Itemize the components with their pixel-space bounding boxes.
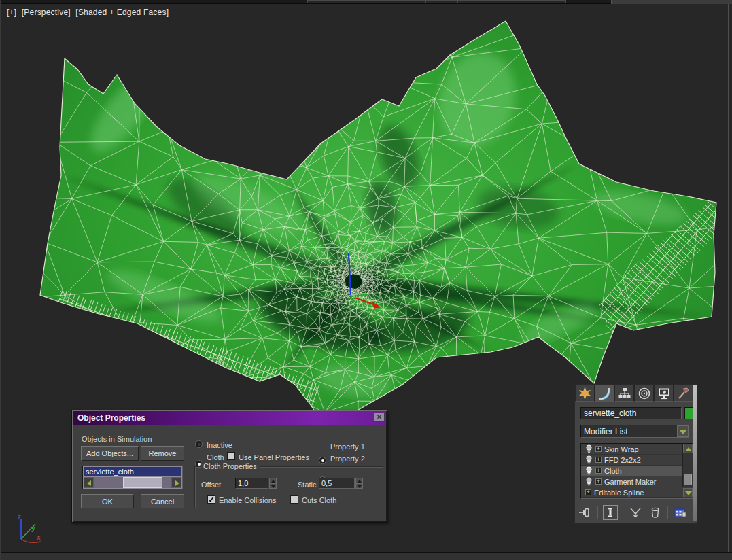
modifier-label: Editable Spline <box>594 489 644 497</box>
viewport-menu-pov[interactable]: [Perspective] <box>22 7 71 17</box>
list-item[interactable]: serviette_cloth <box>84 467 181 476</box>
modifier-list-label: Modifier List <box>581 427 677 436</box>
modifier-label: FFD 2x2x2 <box>604 456 641 464</box>
window-right-edge <box>728 4 729 552</box>
toolbar-segment <box>307 0 425 3</box>
make-unique-icon[interactable] <box>628 505 643 520</box>
scroll-up-icon[interactable] <box>683 444 693 453</box>
scrollbar-thumb[interactable] <box>123 477 162 488</box>
create-tab-icon[interactable] <box>575 385 595 402</box>
command-panel: Modifier List + Skin Wrap + FFD 2x2x2 + … <box>574 384 697 524</box>
dialog-title-bar[interactable]: Object Properties <box>73 411 386 425</box>
offset-field[interactable] <box>235 478 268 489</box>
chevron-down-icon[interactable] <box>677 425 689 437</box>
scroll-right-icon[interactable] <box>171 477 181 488</box>
inactive-label: Inactive <box>207 441 232 449</box>
bulb-on-icon[interactable] <box>585 455 593 464</box>
panel-scrollbar[interactable] <box>693 385 697 521</box>
axis-y-label: y <box>31 525 35 532</box>
modifier-row-ffd[interactable]: + FFD 2x2x2 <box>581 455 683 466</box>
toolbar-segment <box>425 0 457 3</box>
static-spinner[interactable] <box>355 478 363 489</box>
viewport-label: [+] [Perspective] [Shaded + Edged Faces] <box>7 7 171 17</box>
axis-x-label: x <box>37 533 41 541</box>
stack-toolbar <box>578 503 695 522</box>
cloth-mesh-object <box>1 4 732 444</box>
axis-z-label: z <box>18 513 21 521</box>
cuts-cloth-checkbox[interactable] <box>290 495 298 504</box>
objects-in-simulation-label: Objects in Simulation <box>82 435 152 443</box>
cloth-properties-label: Cloth Properties <box>201 462 260 470</box>
hierarchy-tab-icon[interactable] <box>614 385 634 402</box>
modifier-label: Cloth <box>604 467 622 475</box>
close-icon[interactable]: ✕ <box>374 413 385 422</box>
property1-radio[interactable] <box>319 457 326 464</box>
enable-collisions-checkbox[interactable]: ✓ <box>207 495 215 504</box>
object-properties-dialog: Object Properties ✕ Objects in Simulatio… <box>71 410 387 523</box>
cancel-button[interactable]: Cancel <box>141 494 184 508</box>
expand-plus-icon[interactable]: + <box>595 468 602 474</box>
window-bottom-edge <box>1 552 732 560</box>
use-panel-properties-label: Use Panel Properties <box>239 453 309 461</box>
modifier-row-editable-spline[interactable]: + Editable Spline <box>581 487 683 498</box>
modifier-stack: + Skin Wrap + FFD 2x2x2 + Cloth + Garmen… <box>580 443 693 499</box>
modifier-label: Garment Maker <box>604 478 656 486</box>
viewport-menu-shading[interactable]: [Shaded + Edged Faces] <box>75 7 169 17</box>
enable-collisions-label: Enable Collisions <box>219 496 276 504</box>
modifier-row-garment-maker[interactable]: + Garment Maker <box>581 476 683 487</box>
expand-plus-icon[interactable]: + <box>595 446 602 452</box>
offset-spinner[interactable] <box>269 478 277 489</box>
ok-button[interactable]: OK <box>81 494 134 508</box>
scroll-down-icon[interactable] <box>683 488 693 497</box>
property1-label: Property 1 <box>330 442 365 451</box>
pin-stack-icon[interactable] <box>578 505 593 520</box>
bulb-on-icon[interactable] <box>585 466 593 475</box>
motion-tab-icon[interactable] <box>634 385 654 402</box>
configure-modifier-sets-icon[interactable] <box>673 505 688 520</box>
horizontal-scrollbar[interactable] <box>84 477 181 488</box>
utilities-tab-icon[interactable] <box>674 385 693 402</box>
scroll-left-icon[interactable] <box>84 477 94 488</box>
expand-plus-icon[interactable]: + <box>595 478 602 485</box>
viewport-menu-general[interactable]: [+] <box>7 7 16 17</box>
expand-plus-icon[interactable]: + <box>595 457 602 463</box>
inactive-radio[interactable] <box>195 440 203 448</box>
cloth-label: Cloth <box>207 453 224 461</box>
dialog-title: Object Properties <box>73 413 145 423</box>
toolbar-segment <box>457 0 566 3</box>
cuts-cloth-label: Cuts Cloth <box>302 496 336 504</box>
remove-modifier-icon[interactable] <box>648 505 663 520</box>
scrollbar-thumb[interactable] <box>684 474 692 485</box>
command-panel-tabs <box>575 385 697 402</box>
bulb-on-icon[interactable] <box>585 477 593 486</box>
stack-scrollbar[interactable] <box>682 444 693 487</box>
main-window: [+] [Perspective] [Shaded + Edged Faces]… <box>0 0 732 560</box>
remove-button[interactable]: Remove <box>141 446 184 461</box>
offset-label: Offset <box>201 480 221 489</box>
display-tab-icon[interactable] <box>654 385 674 402</box>
simulation-objects-list: serviette_cloth <box>82 466 183 489</box>
modifier-row-skin-wrap[interactable]: + Skin Wrap <box>581 444 683 455</box>
modifier-row-cloth[interactable]: + Cloth <box>581 466 683 476</box>
show-end-result-icon[interactable] <box>603 505 618 520</box>
expand-plus-icon[interactable]: + <box>585 489 591 495</box>
add-objects-button[interactable]: Add Objects... <box>81 446 139 461</box>
modifier-label: Skin Wrap <box>604 445 639 453</box>
static-field[interactable] <box>319 478 355 489</box>
static-label: Static <box>298 480 317 489</box>
object-name-field[interactable] <box>580 407 682 419</box>
use-panel-properties-checkbox[interactable] <box>227 452 235 460</box>
cloth-properties-group: Cloth Properties Offset Static ✓ Enable … <box>194 466 383 508</box>
modifier-list-dropdown[interactable]: Modifier List <box>580 425 689 438</box>
modify-tab-icon[interactable] <box>595 385 614 402</box>
property2-label: Property 2 <box>330 455 365 463</box>
bulb-on-icon[interactable] <box>585 444 593 453</box>
